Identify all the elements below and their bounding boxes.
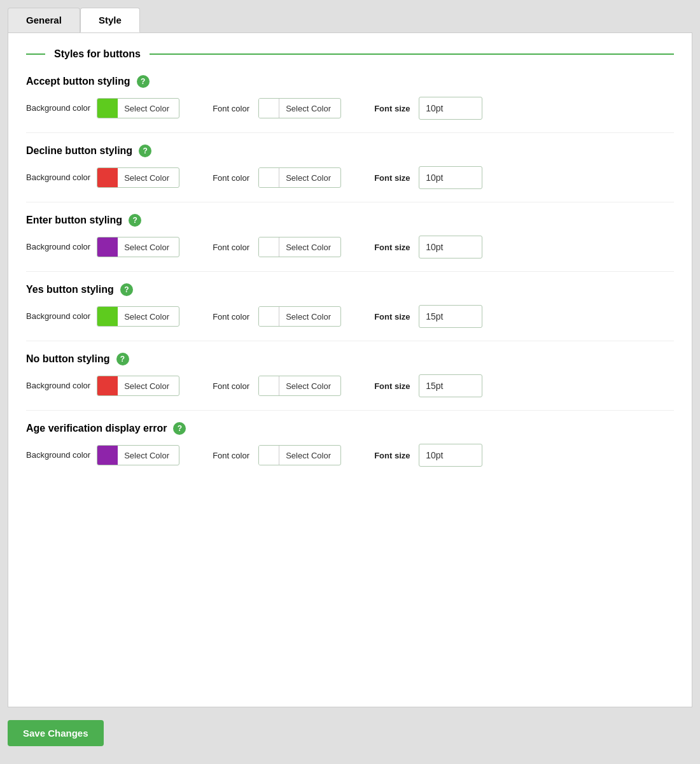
- fields-row-decline: Background color Select Color Font color…: [26, 166, 674, 189]
- fields-row-age-error: Background color Select Color Font color…: [26, 444, 674, 467]
- fields-row-yes: Background color Select Color Font color…: [26, 305, 674, 328]
- bg-swatch-yes: [97, 306, 118, 327]
- font-size-group-enter: Font size: [374, 236, 482, 258]
- fields-row-enter: Background color Select Color Font color…: [26, 236, 674, 258]
- bg-label-enter: Background color: [26, 242, 90, 253]
- tab-general[interactable]: General: [8, 8, 80, 32]
- font-color-btn-enter[interactable]: Select Color: [258, 237, 341, 257]
- bg-swatch-no: [97, 376, 118, 396]
- bg-field-group-enter: Background color Select Color: [26, 237, 179, 257]
- separator-2: [26, 271, 674, 272]
- section-title-decline: Decline button styling: [26, 145, 132, 157]
- bg-color-btn-decline[interactable]: Select Color: [97, 167, 179, 188]
- font-size-input-accept[interactable]: [419, 97, 482, 120]
- bg-label-yes: Background color: [26, 311, 90, 322]
- font-size-input-decline[interactable]: [419, 166, 482, 189]
- section-title: Styles for buttons: [45, 48, 150, 60]
- section-header-accept: Accept button styling ?: [26, 75, 674, 88]
- fields-row-no: Background color Select Color Font color…: [26, 374, 674, 397]
- help-icon-age-error[interactable]: ?: [173, 422, 186, 435]
- save-changes-button[interactable]: Save Changes: [8, 720, 104, 746]
- font-color-btn-yes[interactable]: Select Color: [258, 306, 341, 327]
- section-title-row: Styles for buttons: [26, 48, 674, 60]
- font-size-label-enter: Font size: [374, 243, 412, 252]
- title-line-left: [26, 53, 45, 55]
- title-line-right: [150, 53, 674, 55]
- font-field-group-yes: Font color Select Color: [213, 306, 341, 327]
- section-title-age-error: Age verification display error: [26, 423, 167, 434]
- bg-btn-label-yes: Select Color: [118, 312, 176, 322]
- separator-1: [26, 202, 674, 202]
- tabs-bar: General Style: [0, 0, 700, 32]
- fields-row-accept: Background color Select Color Font color…: [26, 97, 674, 120]
- tab-style[interactable]: Style: [80, 8, 140, 32]
- bg-btn-label-accept: Select Color: [118, 104, 176, 113]
- font-swatch-age-error: [259, 445, 279, 465]
- font-size-input-enter[interactable]: [419, 236, 482, 258]
- bg-label-accept: Background color: [26, 103, 90, 114]
- separator-0: [26, 132, 674, 133]
- bg-label-no: Background color: [26, 381, 90, 392]
- font-color-label-enter: Font color: [213, 243, 252, 252]
- font-field-group-age-error: Font color Select Color: [213, 445, 341, 465]
- bg-field-group-age-error: Background color Select Color: [26, 445, 179, 465]
- button-section-decline: Decline button styling ? Background colo…: [26, 145, 674, 189]
- font-size-label-accept: Font size: [374, 104, 412, 113]
- font-btn-label-decline: Select Color: [279, 173, 337, 183]
- button-section-age-error: Age verification display error ? Backgro…: [26, 422, 674, 467]
- font-color-btn-age-error[interactable]: Select Color: [258, 445, 341, 465]
- button-section-accept: Accept button styling ? Background color…: [26, 75, 674, 120]
- section-title-enter: Enter button styling: [26, 215, 122, 226]
- bg-label-decline: Background color: [26, 173, 90, 183]
- font-size-group-yes: Font size: [374, 305, 482, 328]
- help-icon-enter[interactable]: ?: [129, 214, 141, 227]
- section-header-age-error: Age verification display error ?: [26, 422, 674, 435]
- bg-color-btn-enter[interactable]: Select Color: [97, 237, 179, 257]
- font-color-label-age-error: Font color: [213, 451, 252, 460]
- bg-field-group-no: Background color Select Color: [26, 376, 179, 396]
- help-icon-yes[interactable]: ?: [120, 283, 133, 296]
- font-color-label-accept: Font color: [213, 104, 252, 113]
- font-field-group-accept: Font color Select Color: [213, 98, 341, 118]
- bg-swatch-decline: [97, 167, 118, 188]
- font-btn-label-accept: Select Color: [279, 104, 337, 113]
- help-icon-accept[interactable]: ?: [137, 75, 150, 88]
- bg-btn-label-enter: Select Color: [118, 243, 176, 252]
- font-field-group-decline: Font color Select Color: [213, 167, 341, 188]
- font-btn-label-no: Select Color: [279, 381, 337, 391]
- font-color-label-yes: Font color: [213, 312, 252, 322]
- separator-4: [26, 410, 674, 411]
- bg-color-btn-accept[interactable]: Select Color: [97, 98, 179, 118]
- bg-color-btn-yes[interactable]: Select Color: [97, 306, 179, 327]
- font-size-group-decline: Font size: [374, 166, 482, 189]
- font-size-input-age-error[interactable]: [419, 444, 482, 467]
- font-swatch-decline: [259, 167, 279, 188]
- font-size-group-no: Font size: [374, 374, 482, 397]
- font-size-input-no[interactable]: [419, 374, 482, 397]
- bg-field-group-accept: Background color Select Color: [26, 98, 179, 118]
- font-btn-label-age-error: Select Color: [279, 451, 337, 460]
- bg-color-btn-no[interactable]: Select Color: [97, 376, 179, 396]
- separator-3: [26, 341, 674, 341]
- font-color-label-no: Font color: [213, 381, 252, 391]
- font-swatch-yes: [259, 306, 279, 327]
- font-swatch-enter: [259, 237, 279, 257]
- font-color-btn-accept[interactable]: Select Color: [258, 98, 341, 118]
- bg-btn-label-no: Select Color: [118, 381, 176, 391]
- font-size-label-no: Font size: [374, 381, 412, 391]
- font-size-input-yes[interactable]: [419, 305, 482, 328]
- help-icon-decline[interactable]: ?: [139, 145, 151, 157]
- section-header-yes: Yes button styling ?: [26, 283, 674, 296]
- font-size-label-yes: Font size: [374, 312, 412, 322]
- font-color-btn-no[interactable]: Select Color: [258, 376, 341, 396]
- main-panel: Styles for buttons Accept button styling…: [8, 32, 692, 707]
- button-section-yes: Yes button styling ? Background color Se…: [26, 283, 674, 328]
- font-color-btn-decline[interactable]: Select Color: [258, 167, 341, 188]
- bg-swatch-age-error: [97, 445, 118, 465]
- section-header-decline: Decline button styling ?: [26, 145, 674, 157]
- section-title-no: No button styling: [26, 353, 110, 365]
- bg-color-btn-age-error[interactable]: Select Color: [97, 445, 179, 465]
- help-icon-no[interactable]: ?: [116, 353, 129, 365]
- bg-btn-label-age-error: Select Color: [118, 451, 176, 460]
- button-sections-container: Accept button styling ? Background color…: [26, 75, 674, 467]
